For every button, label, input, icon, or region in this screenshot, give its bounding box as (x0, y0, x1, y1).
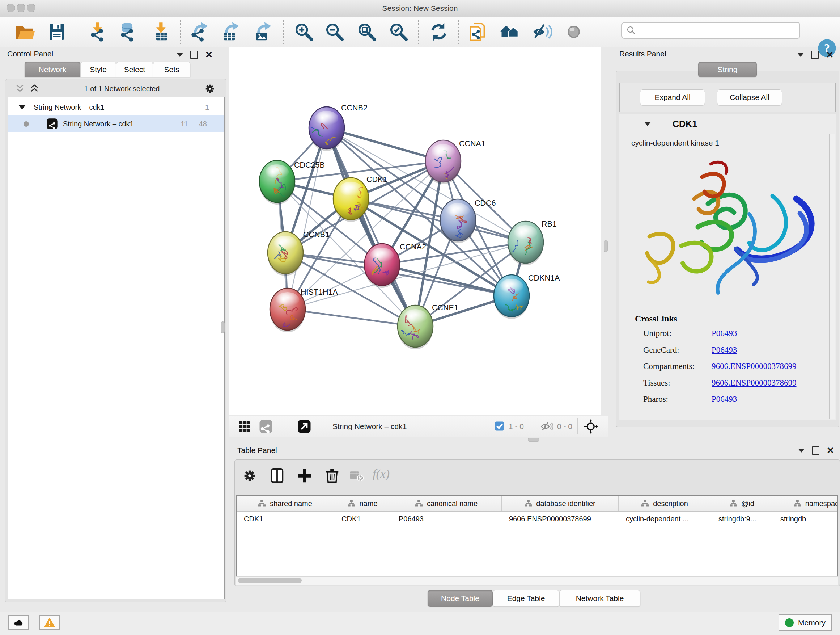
tab-sets[interactable]: Sets (153, 62, 190, 77)
show-columns-icon[interactable] (268, 466, 286, 485)
scrollbar-thumb[interactable] (238, 578, 302, 583)
table-cell[interactable]: CDK1 (237, 511, 334, 526)
column-header-canonical-name[interactable]: canonical name (392, 496, 502, 511)
search-input[interactable] (637, 24, 799, 37)
node-RB1[interactable] (508, 221, 543, 265)
zoom-out-icon[interactable] (324, 21, 346, 43)
string-query-icon[interactable] (467, 21, 489, 43)
bottom-splitter-handle[interactable] (528, 438, 539, 442)
float-panel-icon[interactable] (812, 447, 819, 455)
collapse-entry-icon[interactable] (644, 122, 651, 126)
node-HIST1H1A[interactable] (270, 288, 305, 333)
results-scrollbar[interactable] (829, 134, 835, 419)
table-options-gear-icon[interactable] (240, 466, 259, 485)
tab-style[interactable]: Style (80, 62, 116, 77)
crosslink-link[interactable]: 9606.ENSP00000378699 (712, 378, 797, 388)
collapse-all-networks-icon[interactable] (14, 83, 26, 94)
network-row-selected[interactable]: String Network – cdk1 11 48 (8, 116, 224, 132)
panel-menu-icon[interactable] (177, 53, 183, 57)
column-header-description[interactable]: description (619, 496, 711, 511)
edge-CCNB2-CCNE1[interactable] (327, 128, 415, 326)
update-network-icon[interactable] (428, 21, 450, 43)
expand-all-networks-icon[interactable] (28, 83, 41, 94)
panel-menu-icon[interactable] (797, 53, 804, 57)
panel-menu-icon[interactable] (798, 448, 805, 453)
zoom-fit-icon[interactable] (355, 21, 378, 43)
tab-node-table[interactable]: Node Table (428, 590, 493, 607)
node-CDC25B[interactable] (259, 160, 295, 204)
tab-network[interactable]: Network (25, 62, 80, 77)
network-options-gear-icon[interactable] (203, 82, 216, 95)
open-session-icon[interactable] (13, 21, 36, 43)
tab-select[interactable]: Select (116, 62, 153, 77)
network-collection-row[interactable]: String Network – cdk1 1 (8, 99, 224, 116)
crosslink-link[interactable]: P06493 (712, 345, 737, 355)
node-CCNE1[interactable] (398, 305, 433, 349)
table-cell[interactable]: stringdb (773, 511, 838, 526)
collapse-all-button[interactable]: Collapse All (717, 89, 782, 105)
edge-HIST1H1A-CCNE1[interactable] (287, 309, 415, 326)
zoom-in-icon[interactable] (293, 21, 315, 43)
table-cell[interactable]: 9606.ENSP00000378699 (502, 511, 619, 526)
memory-button[interactable]: Memory (778, 614, 832, 631)
table-cell[interactable]: cyclin-dependent ... (619, 511, 711, 526)
close-panel-icon[interactable]: ✕ (826, 50, 834, 59)
left-splitter-handle[interactable] (221, 321, 225, 333)
export-image-icon[interactable] (251, 21, 273, 43)
table-cell[interactable]: stringdb:9... (711, 511, 773, 526)
selected-checkbox-icon[interactable] (494, 421, 505, 432)
delete-column-icon[interactable] (323, 466, 341, 485)
float-panel-icon[interactable] (811, 51, 819, 59)
save-session-icon[interactable] (46, 21, 68, 43)
node-CDKN1A[interactable] (494, 275, 529, 319)
detach-view-icon[interactable] (297, 419, 312, 434)
birdseye-grid-icon[interactable] (237, 419, 252, 434)
tab-string[interactable]: String (698, 62, 757, 77)
crosslink-link[interactable]: P06493 (712, 329, 737, 338)
table-horizontal-scrollbar[interactable] (236, 576, 838, 585)
export-table-icon[interactable] (218, 21, 241, 43)
zoom-selected-icon[interactable] (387, 21, 410, 43)
column-header-shared-name[interactable]: shared name (237, 496, 334, 511)
import-table-file-icon[interactable] (150, 21, 172, 43)
protein-card-header[interactable]: CDK1 (619, 114, 836, 134)
node-CCNB2[interactable] (309, 107, 344, 151)
node-CCNA1[interactable] (425, 140, 461, 184)
column-header-id[interactable]: @id (711, 496, 773, 511)
edge-CCNB2-HIST1H1A[interactable] (287, 128, 327, 309)
homes-icon[interactable] (499, 21, 522, 43)
import-network-database-icon[interactable] (117, 21, 139, 43)
tab-network-table[interactable]: Network Table (559, 590, 640, 607)
float-panel-icon[interactable] (190, 51, 198, 59)
node-table[interactable]: shared name name canonical name database… (236, 495, 838, 576)
crosslink-link[interactable]: 9606.ENSP00000378699 (712, 362, 797, 371)
table-cell[interactable]: CDK1 (334, 511, 392, 526)
column-header-database-identifier[interactable]: database identifier (502, 496, 619, 511)
cloud-status-button[interactable] (8, 616, 29, 630)
node-CCNA2[interactable] (364, 244, 400, 288)
close-panel-icon[interactable]: ✕ (827, 446, 834, 455)
import-network-file-icon[interactable] (87, 21, 109, 43)
close-panel-icon[interactable]: ✕ (205, 50, 213, 59)
search-box[interactable] (622, 22, 800, 39)
warnings-button[interactable] (39, 616, 60, 630)
collection-expand-icon[interactable] (19, 105, 26, 109)
crosslink-link[interactable]: P06493 (712, 394, 737, 404)
fit-selected-crosshair-icon[interactable] (583, 419, 598, 434)
table-cell[interactable]: P06493 (392, 511, 502, 526)
network-canvas[interactable]: CCNB2 CCNA1 CDC25B CDK1 CDC6 RB1 CCNB1 C… (229, 48, 601, 415)
node-CDC6[interactable] (440, 199, 476, 243)
column-header-name[interactable]: name (334, 496, 392, 511)
expand-all-button[interactable]: Expand All (640, 89, 705, 105)
node-CDK1[interactable] (333, 178, 369, 222)
column-header-namespace[interactable]: namespace (773, 496, 838, 511)
table-row[interactable]: CDK1CDK1P064939606.ENSP00000378699cyclin… (237, 511, 838, 526)
hide-graphics-details-icon[interactable] (531, 21, 554, 43)
export-network-icon[interactable] (187, 21, 210, 43)
show-graphics-details-icon[interactable] (562, 21, 585, 43)
add-column-icon[interactable] (295, 466, 314, 485)
hidden-eye-icon[interactable] (540, 419, 555, 434)
tab-edge-table[interactable]: Edge Table (493, 590, 559, 607)
node-CCNB1[interactable] (268, 232, 303, 276)
network-overview-icon[interactable] (258, 419, 273, 434)
